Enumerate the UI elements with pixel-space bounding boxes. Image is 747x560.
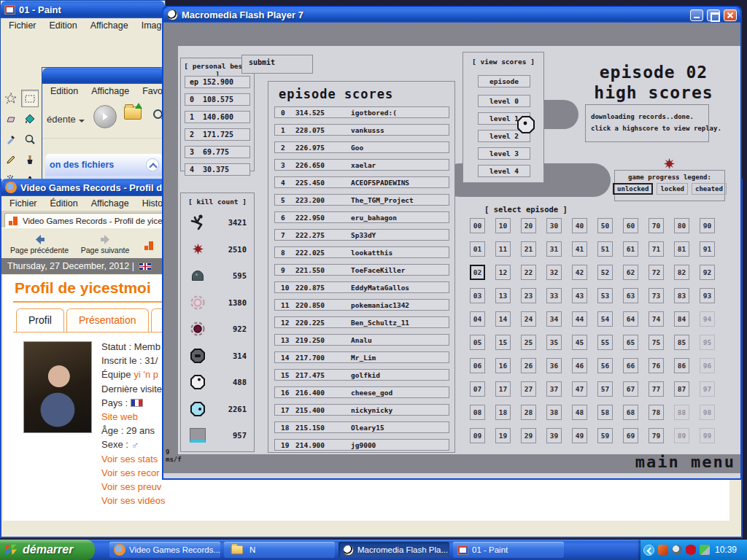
flash-player-window[interactable]: Macromedia Flash Player 7 [ personal bes… [162,6,742,480]
explorer-back-button[interactable]: édente [47,114,85,125]
paint-menu-item[interactable]: Affichage [85,19,133,32]
episode-cell[interactable]: 84 [674,311,689,327]
browser-menu-item[interactable]: Affichage [86,197,134,210]
paint-tool-pencil[interactable] [2,151,20,168]
forward-button[interactable]: Page suivante [76,230,134,258]
profile-tab[interactable]: Présentation [66,308,149,332]
episode-cell[interactable]: 39 [546,428,562,443]
episode-cell[interactable]: 66 [623,358,638,373]
score-row[interactable]: 3226.650xaelar [274,159,449,171]
episode-cell[interactable]: 22 [521,265,536,280]
score-row[interactable]: 9221.550ToeFaceKiller [274,264,449,276]
episode-cell[interactable]: 70 [649,218,664,233]
profile-tab[interactable]: Profil [16,308,64,332]
episode-cell[interactable]: 87 [674,381,689,397]
legend-cheated[interactable]: cheated [692,183,727,195]
episode-cell[interactable]: 85 [674,335,689,350]
profile-link[interactable]: yi 'n p [133,369,158,380]
taskbar-task[interactable]: 01 - Paint [453,542,564,558]
episode-cell[interactable]: 62 [623,265,638,280]
view-scores-button[interactable]: level 0 [478,95,530,107]
episode-cell[interactable]: 36 [546,358,562,373]
episode-cell[interactable]: 30 [546,218,562,233]
episode-cell[interactable]: 86 [674,358,689,373]
episode-cell[interactable]: 24 [521,311,536,327]
episode-cell[interactable]: 08 [470,405,485,420]
uk-flag-icon[interactable] [139,262,152,271]
episode-cell[interactable]: 95 [700,335,715,350]
view-scores-button[interactable]: level 3 [478,147,530,160]
episode-cell[interactable]: 53 [597,288,613,303]
profile-link[interactable]: Voir ses vidéos [101,495,165,506]
episode-cell[interactable]: 71 [649,241,664,257]
episode-cell[interactable]: 23 [521,288,536,303]
profile-link[interactable]: Voir ses recor [101,467,159,478]
episode-cell[interactable]: 67 [623,381,638,397]
score-row[interactable]: 2226.975Goo [274,141,449,153]
episode-cell[interactable]: 56 [597,358,613,373]
explorer-menu-item[interactable]: Affichage [86,85,134,98]
episode-cell[interactable]: 02 [470,265,485,280]
episode-cell[interactable]: 68 [623,405,638,420]
taskbar-task[interactable]: Video Games Records... [109,542,220,558]
start-button[interactable]: démarrer [0,540,95,560]
episode-cell[interactable]: 31 [546,241,562,257]
episode-cell[interactable]: 82 [674,265,689,280]
explorer-menu-item[interactable]: Edition [45,85,83,98]
profile-link[interactable]: Voir ses preuv [101,481,161,492]
paint-menu-item[interactable]: Edition [44,19,82,32]
episode-cell[interactable]: 07 [470,381,485,397]
episode-cell[interactable]: 94 [700,311,715,327]
episode-cell[interactable]: 29 [521,428,536,443]
paint-tool-magnifier[interactable] [21,131,39,148]
explorer-up-button[interactable] [124,106,142,122]
explorer-window[interactable]: EditionAffichageFavoris édente on des fi… [42,67,166,180]
episode-cell[interactable]: 69 [623,428,638,443]
score-row[interactable]: 6222.950eru_bahagon [274,211,449,223]
score-row[interactable]: 10220.875EddyMataGallos [274,281,449,293]
score-row[interactable]: 1228.075vankusss [274,124,449,136]
explorer-titlebar[interactable] [42,68,165,84]
episode-cell[interactable]: 09 [470,428,485,443]
paint-tool-free-select[interactable] [2,90,20,107]
episode-cell[interactable]: 00 [470,218,485,233]
explorer-task-panel-header[interactable]: on des fichiers [45,154,163,176]
episode-cell[interactable]: 03 [470,288,485,303]
episode-cell[interactable]: 34 [546,311,562,327]
episode-cell[interactable]: 12 [495,265,511,280]
episode-cell[interactable]: 28 [521,405,536,420]
browser-menu-item[interactable]: Fichier [4,197,42,210]
episode-cell[interactable]: 14 [495,311,511,327]
score-row[interactable]: 11220.850pokemaniac1342 [274,299,449,311]
episode-cell[interactable]: 19 [495,428,511,443]
score-row[interactable]: 8222.025lookatthis [274,246,449,258]
maximize-button[interactable] [707,9,720,21]
episode-cell[interactable]: 77 [649,381,664,397]
episode-cell[interactable]: 93 [700,288,715,303]
paint-menu-item[interactable]: Fichier [4,19,42,32]
episode-cell[interactable]: 72 [649,265,664,280]
episode-cell[interactable]: 81 [674,241,689,257]
episode-cell[interactable]: 43 [572,288,587,303]
episode-cell[interactable]: 16 [495,358,511,373]
main-menu-button[interactable]: main menu [557,453,735,472]
episode-cell[interactable]: 13 [495,288,511,303]
taskbar-task[interactable]: N [224,542,335,558]
paint-titlebar[interactable]: 01 - Paint [1,1,165,18]
episode-cell[interactable]: 11 [495,241,511,257]
episode-cell[interactable]: 89 [674,428,689,443]
episode-cell[interactable]: 51 [597,241,613,257]
paint-menu-item[interactable]: Image [136,19,166,32]
episode-cell[interactable]: 49 [572,428,587,443]
legend-unlocked[interactable]: unlocked [613,183,653,195]
profile-link[interactable]: Voir ses stats [101,454,158,464]
score-row[interactable]: 19214.900jg9000 [274,439,449,451]
java-tray-icon[interactable] [658,545,668,555]
episode-cell[interactable]: 92 [700,265,715,280]
legend-locked[interactable]: locked [657,183,688,195]
episode-cell[interactable]: 80 [674,218,689,233]
episode-cell[interactable]: 45 [572,335,587,350]
episode-cell[interactable]: 96 [700,358,715,373]
episode-cell[interactable]: 90 [700,218,715,233]
episode-cell[interactable]: 42 [572,265,587,280]
